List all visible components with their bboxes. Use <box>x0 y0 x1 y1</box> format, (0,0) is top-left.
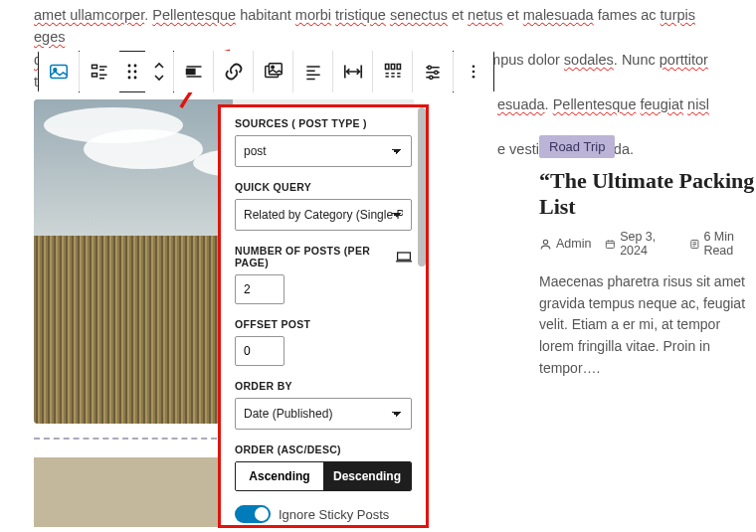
image-replace-button[interactable] <box>254 51 293 92</box>
svg-rect-3 <box>93 74 97 77</box>
layout-button[interactable] <box>80 51 119 92</box>
svg-point-13 <box>271 66 273 68</box>
sources-label: Sources ( Post Type ) <box>235 117 412 129</box>
quick-query-label: Quick Query <box>235 181 412 193</box>
device-icon[interactable] <box>396 251 412 263</box>
svg-point-17 <box>428 66 431 69</box>
link-button[interactable] <box>214 51 254 92</box>
post-meta: Admin Sep 3, 2024 6 Min Read <box>539 230 756 258</box>
order-label: Order (Asc/Desc) <box>235 443 412 455</box>
svg-point-5 <box>134 65 137 68</box>
quick-query-select[interactable]: Related by Category (Single Post) <box>235 199 412 231</box>
order-asc-button[interactable]: Ascending <box>236 462 323 490</box>
post-date: Sep 3, 2024 <box>620 230 675 258</box>
settings-sliders-button[interactable] <box>413 51 453 92</box>
svg-point-21 <box>472 71 475 74</box>
svg-point-24 <box>543 240 547 244</box>
svg-rect-14 <box>385 65 388 70</box>
more-options-button[interactable] <box>454 51 493 92</box>
svg-point-22 <box>472 76 475 79</box>
block-toolbar <box>38 51 494 92</box>
svg-rect-23 <box>398 253 411 260</box>
query-settings-panel: Sources ( Post Type ) post Quick Query R… <box>218 104 429 528</box>
numposts-label: Number of Posts (Per Page) <box>235 245 412 268</box>
post-readtime: 6 Min Read <box>703 230 756 258</box>
scrollbar[interactable] <box>418 107 426 266</box>
ignore-sticky-toggle[interactable] <box>235 505 271 523</box>
svg-point-20 <box>472 65 475 68</box>
orderby-label: Order By <box>235 380 412 392</box>
block-type-button[interactable] <box>39 51 79 92</box>
ignore-sticky-label: Ignore Sticky Posts <box>279 507 389 522</box>
columns-button[interactable] <box>373 51 413 92</box>
svg-rect-15 <box>391 65 394 70</box>
post-title[interactable]: “The Ultimate Packing List <box>539 168 756 220</box>
post-author: Admin <box>556 237 591 251</box>
move-buttons[interactable] <box>145 51 173 92</box>
post-category-tag[interactable]: Road Trip <box>539 135 615 158</box>
post-preview: Road Trip “The Ultimate Packing List Adm… <box>533 99 756 532</box>
svg-point-6 <box>128 71 131 74</box>
orderby-select[interactable]: Date (Published) <box>235 398 412 430</box>
drag-handle-icon[interactable] <box>119 63 145 81</box>
align-button[interactable] <box>174 51 214 92</box>
svg-rect-10 <box>186 70 194 75</box>
offset-label: Offset Post <box>235 318 412 330</box>
svg-rect-0 <box>51 66 68 79</box>
svg-point-19 <box>430 76 433 79</box>
svg-point-7 <box>134 71 137 74</box>
svg-rect-25 <box>607 241 615 248</box>
svg-point-9 <box>134 77 137 80</box>
svg-point-8 <box>128 77 131 80</box>
numposts-input[interactable] <box>235 274 284 304</box>
offset-input[interactable] <box>235 336 284 366</box>
width-button[interactable] <box>333 51 373 92</box>
svg-point-4 <box>128 65 131 68</box>
svg-point-18 <box>435 71 438 74</box>
order-desc-button[interactable]: Descending <box>323 462 411 490</box>
post-excerpt: Maecenas pharetra risus sit amet gravida… <box>539 271 756 379</box>
order-toggle-group: Ascending Descending <box>235 461 412 491</box>
svg-rect-16 <box>397 65 400 70</box>
sources-select[interactable]: post <box>235 135 412 167</box>
svg-rect-2 <box>93 65 97 68</box>
text-align-button[interactable] <box>293 51 333 92</box>
